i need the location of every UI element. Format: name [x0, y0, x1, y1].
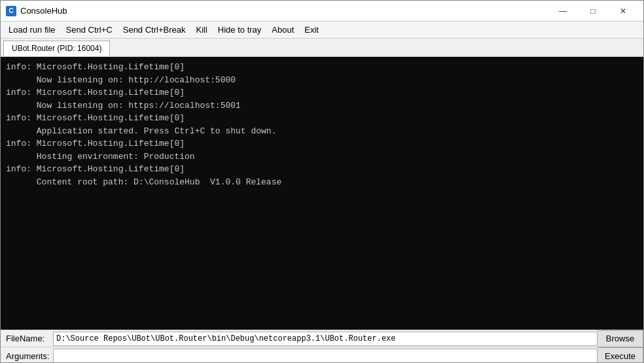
- console-wrapper: info: Microsoft.Hosting.Lifetime[0] Now …: [1, 57, 643, 330]
- menu-bar: Load run file Send Ctrl+C Send Ctrl+Brea…: [1, 22, 643, 39]
- console-line: info: Microsoft.Hosting.Lifetime[0]: [6, 61, 638, 74]
- title-bar-left: C ConsoleHub: [6, 6, 67, 16]
- console-line: Application started. Press Ctrl+C to shu…: [6, 125, 638, 138]
- console-line: info: Microsoft.Hosting.Lifetime[0]: [6, 137, 638, 150]
- menu-load-run-file[interactable]: Load run file: [3, 23, 61, 37]
- arguments-input[interactable]: [53, 349, 598, 363]
- menu-exit[interactable]: Exit: [299, 23, 324, 37]
- filename-label: FileName:: [1, 334, 53, 343]
- console-line: info: Microsoft.Hosting.Lifetime[0]: [6, 163, 638, 176]
- menu-hide-to-tray[interactable]: Hide to tray: [213, 23, 266, 37]
- browse-button[interactable]: Browse: [598, 330, 643, 347]
- menu-about[interactable]: About: [266, 23, 299, 37]
- console-line: Now listening on: https://localhost:5001: [6, 99, 638, 112]
- console-line: info: Microsoft.Hosting.Lifetime[0]: [6, 86, 638, 99]
- app-icon: C: [6, 6, 16, 16]
- title-bar: C ConsoleHub — □ ✕: [1, 1, 643, 22]
- maximize-button[interactable]: □: [578, 1, 608, 22]
- console-line: Hosting environment: Production: [6, 150, 638, 164]
- console-line: info: Microsoft.Hosting.Lifetime[0]: [6, 112, 638, 125]
- filename-row: FileName: Browse: [1, 330, 643, 347]
- close-button[interactable]: ✕: [608, 1, 638, 22]
- window-controls: — □ ✕: [548, 1, 638, 22]
- arguments-label: Arguments:: [1, 351, 53, 361]
- console-output: info: Microsoft.Hosting.Lifetime[0] Now …: [1, 57, 643, 192]
- tab-bar: UBot.Router (PID: 16004): [1, 39, 643, 57]
- execute-button[interactable]: Execute: [598, 347, 643, 363]
- menu-send-ctrl-break[interactable]: Send Ctrl+Break: [118, 23, 191, 37]
- minimize-button[interactable]: —: [548, 1, 578, 22]
- menu-kill[interactable]: Kill: [190, 23, 212, 37]
- bottom-area: FileName: Browse Arguments: Execute: [1, 330, 643, 363]
- arguments-row: Arguments: Execute: [1, 347, 643, 363]
- tab-ubot-router[interactable]: UBot.Router (PID: 16004): [3, 41, 110, 56]
- console-line: Content root path: D:\ConsoleHub V1.0.0 …: [6, 176, 638, 189]
- filename-input[interactable]: [53, 332, 598, 346]
- menu-send-ctrl-c[interactable]: Send Ctrl+C: [61, 23, 118, 37]
- window-title: ConsoleHub: [20, 6, 67, 16]
- console-line: Now listening on: http://localhost:5000: [6, 74, 638, 87]
